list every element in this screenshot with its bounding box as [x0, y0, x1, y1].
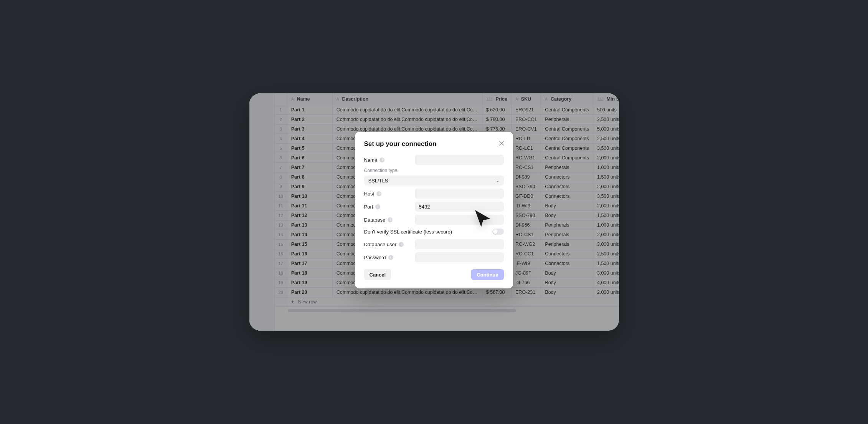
modal-title: Set up your connection [364, 140, 504, 148]
label-host: Hosti [364, 191, 410, 197]
ssl-verify-toggle[interactable] [492, 229, 504, 235]
db-user-input[interactable] [415, 239, 504, 249]
ssl-verify-label: Don't verify SSL certificate (less secur… [364, 229, 452, 235]
info-icon[interactable]: i [388, 255, 393, 260]
info-icon[interactable]: i [380, 157, 384, 162]
database-input[interactable] [415, 215, 504, 225]
name-input[interactable] [415, 155, 504, 165]
close-icon[interactable] [498, 139, 505, 147]
info-icon[interactable]: i [376, 191, 381, 196]
info-icon[interactable]: i [375, 204, 380, 209]
connection-modal: Set up your connection Namei Connection … [355, 132, 513, 288]
port-input[interactable] [415, 202, 504, 212]
info-icon[interactable]: i [399, 242, 404, 247]
password-input[interactable] [415, 252, 504, 262]
app-window: AName ADescription 123Price ASKU ACatego… [249, 93, 619, 331]
continue-button[interactable]: Continue [471, 269, 503, 280]
chevron-down-icon: ⌄ [496, 178, 500, 183]
label-db-user: Database useri [364, 242, 410, 247]
select-value: SSL/TLS [368, 178, 388, 184]
connection-type-select[interactable]: SSL/TLS ⌄ [364, 176, 504, 186]
cancel-button[interactable]: Cancel [364, 269, 391, 280]
label-name: Namei [364, 157, 410, 163]
info-icon[interactable]: i [388, 217, 393, 222]
label-database: Databasei [364, 217, 410, 223]
host-input[interactable] [415, 189, 504, 199]
label-port: Porti [364, 204, 410, 210]
label-password: Passwordi [364, 255, 410, 260]
label-connection-type: Connection type [364, 168, 504, 173]
